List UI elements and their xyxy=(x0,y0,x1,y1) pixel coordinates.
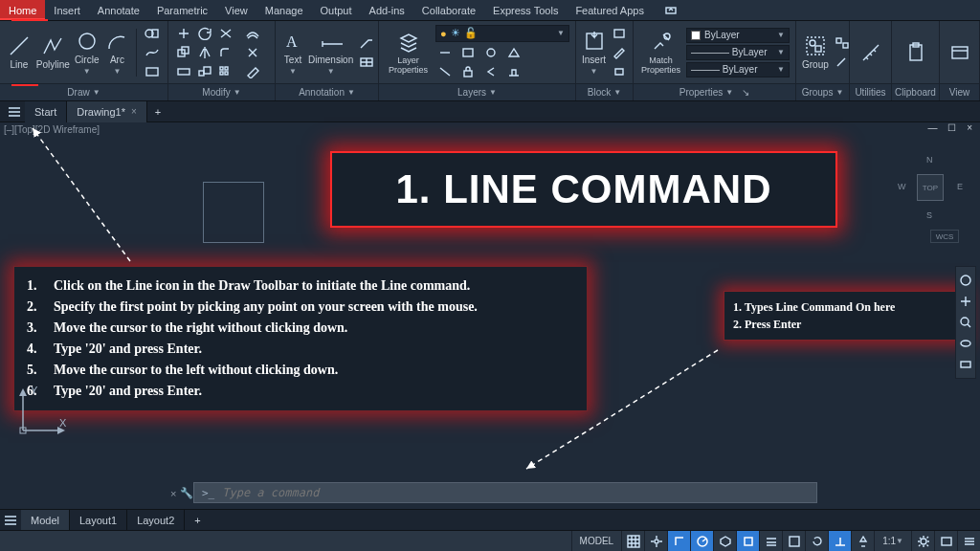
rotate-icon[interactable] xyxy=(195,25,214,42)
offset-icon[interactable] xyxy=(243,25,262,42)
trim-icon[interactable] xyxy=(216,25,235,42)
insert-block-button[interactable]: Insert ▼ xyxy=(582,26,606,79)
status-gear-icon[interactable] xyxy=(911,531,934,552)
menu-insert[interactable]: Insert xyxy=(45,0,89,20)
menu-home[interactable]: Home xyxy=(0,0,45,20)
draw-spline-icon[interactable] xyxy=(143,44,162,61)
scale-icon[interactable] xyxy=(195,63,214,80)
ungroup-icon[interactable] xyxy=(833,34,852,52)
layer-lock-icon[interactable] xyxy=(458,63,478,80)
match-properties-button[interactable]: Match Properties xyxy=(639,26,682,79)
lineweight-selector[interactable]: ———— ByLayer▼ xyxy=(686,45,790,60)
layer-properties-button[interactable]: Layer Properties xyxy=(385,26,432,79)
dimension-button[interactable]: Dimension ▼ xyxy=(308,26,353,79)
status-annoscale-icon[interactable] xyxy=(851,531,874,552)
command-input[interactable] xyxy=(222,486,816,499)
commandline-handle[interactable]: ×🔧 xyxy=(170,487,193,499)
status-transparency-icon[interactable] xyxy=(782,531,805,552)
status-cycling-icon[interactable] xyxy=(805,531,828,552)
move-icon[interactable] xyxy=(174,25,193,42)
nav-showmotion-icon[interactable] xyxy=(958,357,973,372)
viewcube-face[interactable]: TOP xyxy=(917,174,944,201)
status-customize-icon[interactable] xyxy=(957,531,980,552)
layer-freeze-icon[interactable] xyxy=(481,44,501,61)
new-tab-button[interactable]: + xyxy=(147,101,168,122)
layout-tab-layout1[interactable]: Layout1 xyxy=(70,510,127,531)
menu-manage[interactable]: Manage xyxy=(256,0,312,20)
wcs-label[interactable]: WCS xyxy=(930,230,959,243)
chevron-down-icon[interactable]: ▼ xyxy=(613,88,621,97)
fillet-icon[interactable] xyxy=(216,44,235,61)
viewport-controls[interactable]: [–][Top][2D Wireframe] xyxy=(4,124,100,135)
layout-tab-model[interactable]: Model xyxy=(21,510,70,531)
hamburger-icon[interactable] xyxy=(0,515,21,526)
nav-wheel-icon[interactable] xyxy=(958,273,973,288)
wrench-icon[interactable]: 🔧 xyxy=(180,487,193,499)
nav-orbit-icon[interactable] xyxy=(958,336,973,351)
status-snap-icon[interactable] xyxy=(644,531,667,552)
menu-annotate[interactable]: Annotate xyxy=(89,0,148,20)
chevron-down-icon[interactable]: ▼ xyxy=(93,88,100,97)
status-dynamic-input-icon[interactable] xyxy=(828,531,851,552)
layout-tab-layout2[interactable]: Layout2 xyxy=(127,510,185,531)
menu-expresstools[interactable]: Express Tools xyxy=(484,0,567,20)
drawing-viewport[interactable]: [–][Top][2D Wireframe] — ☐ × 1. LINE COM… xyxy=(0,122,980,509)
copy-icon[interactable] xyxy=(174,44,193,61)
group-button[interactable]: Group xyxy=(802,26,829,79)
panel-view[interactable]: View xyxy=(940,21,980,100)
status-lineweight-icon[interactable] xyxy=(759,531,782,552)
chevron-down-icon[interactable]: ▼ xyxy=(234,88,241,97)
chevron-down-icon[interactable]: ▼ xyxy=(835,88,843,97)
layer-off-icon[interactable] xyxy=(435,63,455,80)
menu-collaborate[interactable]: Collaborate xyxy=(413,0,484,20)
block-attr-icon[interactable] xyxy=(610,63,629,80)
close-icon[interactable]: × xyxy=(131,106,137,117)
status-model-label[interactable]: MODEL xyxy=(571,531,622,551)
mirror-icon[interactable] xyxy=(195,44,214,61)
line-button[interactable]: Line xyxy=(6,26,33,79)
panel-clipboard[interactable]: Clipboard xyxy=(892,21,940,100)
status-workspace-icon[interactable] xyxy=(934,531,957,552)
tab-drawing1[interactable]: Drawing1*× xyxy=(67,101,147,122)
group-edit-icon[interactable] xyxy=(833,54,852,71)
nav-pan-icon[interactable] xyxy=(958,294,973,309)
erase-icon[interactable] xyxy=(243,63,262,80)
draw-rectangle-icon[interactable] xyxy=(143,63,162,80)
circle-button[interactable]: Circle ▼ xyxy=(74,26,100,79)
explode-icon[interactable] xyxy=(243,44,262,61)
color-selector[interactable]: ByLayer▼ xyxy=(686,28,790,43)
block-edit-icon[interactable] xyxy=(610,44,629,61)
menu-featuredapps[interactable]: Featured Apps xyxy=(567,0,653,20)
panel-utilities[interactable]: Utilities xyxy=(850,21,892,100)
status-ortho-icon[interactable] xyxy=(667,531,690,552)
layer-walk-icon[interactable] xyxy=(504,63,523,80)
table-icon[interactable] xyxy=(357,54,376,71)
status-isodraft-icon[interactable] xyxy=(713,531,736,552)
leader-icon[interactable] xyxy=(357,34,376,52)
text-button[interactable]: A Text ▼ xyxy=(281,26,304,79)
hamburger-icon[interactable] xyxy=(4,106,25,118)
chevron-down-icon[interactable]: ▼ xyxy=(725,88,733,97)
layer-prev-icon[interactable] xyxy=(481,63,501,80)
array-icon[interactable] xyxy=(216,63,235,80)
tab-start[interactable]: Start xyxy=(25,101,67,122)
arc-button[interactable]: Arc ▼ xyxy=(104,26,131,79)
menu-parametric[interactable]: Parametric xyxy=(148,0,216,20)
layer-match-icon[interactable] xyxy=(504,44,523,61)
status-scale-dropdown[interactable]: 1:1 ▼ xyxy=(874,531,911,551)
menu-addins[interactable]: Add-ins xyxy=(361,0,413,20)
chevron-down-icon[interactable]: ▼ xyxy=(347,88,355,97)
add-layout-button[interactable]: + xyxy=(185,510,210,531)
layer-state-icon[interactable] xyxy=(435,44,455,61)
close-icon[interactable]: × xyxy=(170,488,176,499)
status-polar-icon[interactable] xyxy=(690,531,713,552)
draw-hatch-icon[interactable] xyxy=(143,25,162,42)
layer-selector[interactable]: ● ☀ 🔓 ▼ xyxy=(435,25,569,42)
menu-output[interactable]: Output xyxy=(312,0,361,20)
linetype-selector[interactable]: ——— ByLayer▼ xyxy=(686,62,790,77)
status-osnap-icon[interactable] xyxy=(736,531,759,552)
stretch-icon[interactable] xyxy=(174,63,193,80)
chevron-down-icon[interactable]: ▼ xyxy=(489,88,497,97)
layer-iso-icon[interactable] xyxy=(458,44,478,61)
ribbon-collapse-icon[interactable] xyxy=(657,0,685,20)
